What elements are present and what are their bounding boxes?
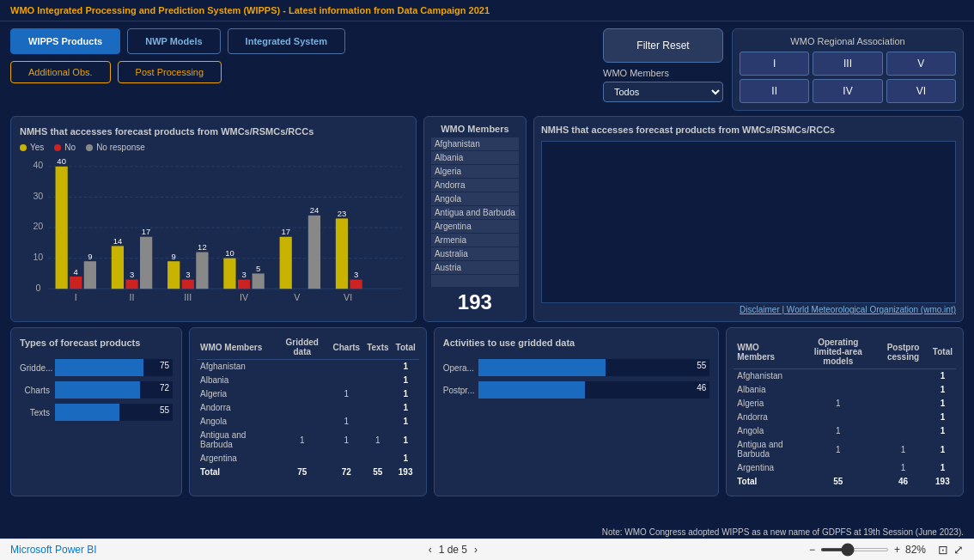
list-item[interactable]: Austria [431,261,519,275]
cell: 1 [799,424,877,438]
prev-page-icon[interactable]: ‹ [429,544,432,556]
opera-label: Opera... [443,363,473,373]
cell: 1 [799,438,877,461]
texts-bar-row: Texts 55 [20,404,173,421]
cell: 1 [929,369,956,383]
svg-text:3: 3 [130,270,134,279]
cell: 1 [929,397,956,411]
powerbi-link[interactable]: Microsoft Power BI [10,544,97,556]
cell: 46 [877,475,929,489]
list-item[interactable]: Algeria [431,165,519,179]
members-count: 193 [431,290,519,314]
cell: 193 [393,466,419,479]
list-item[interactable]: Antigua and Barbuda [431,206,519,220]
disclaimer-link[interactable]: Disclaimer | World Meteorological Organi… [541,305,956,314]
region-III[interactable]: III [813,52,882,76]
region-II[interactable]: II [740,79,809,103]
cell: Argentina [734,461,799,475]
list-item[interactable]: Angola [431,192,519,206]
next-page-icon[interactable]: › [474,544,478,556]
cell: 1 [393,415,419,429]
list-item[interactable]: Argentina [431,220,519,234]
list-item[interactable]: Australia [431,247,519,261]
cell: 1 [393,452,419,466]
wipps-products-button[interactable]: WIPPS Products [10,28,120,54]
svg-rect-45 [350,280,362,289]
postpr-label: Postpr... [443,386,473,395]
texts-label: Texts [20,408,50,417]
cell: 1 [929,424,956,438]
cell: 1 [393,374,419,387]
regional-grid: I III V II IV VI [740,52,956,103]
integrated-system-button[interactable]: Integrated System [228,28,345,54]
cell: Algeria [197,387,275,401]
svg-text:10: 10 [33,252,43,262]
cell [877,424,929,438]
region-V[interactable]: V [886,52,956,76]
postpr-bar: 46 [478,381,710,399]
wmo-members-select[interactable]: Todos [603,82,723,102]
list-item[interactable]: Armenia [431,234,519,247]
cell: 1 [330,387,364,401]
cell: Andorra [197,401,275,415]
svg-text:II: II [130,293,135,303]
additional-obs-button[interactable]: Additional Obs. [10,61,111,83]
fit-icon[interactable]: ⊡ [938,543,948,557]
svg-rect-31 [223,259,235,289]
table-row: Afghanistan 1 [734,369,956,383]
svg-text:I: I [75,293,77,303]
svg-text:3: 3 [354,270,358,279]
forecast-types-title: Types of forecast products [20,337,173,349]
cell: 55 [363,466,392,479]
zoom-minus-icon[interactable]: − [809,544,815,556]
table-row: Argentina 1 1 [734,461,956,475]
svg-rect-21 [140,237,152,289]
region-VI[interactable]: VI [886,79,956,103]
cell: Total [197,466,275,479]
svg-text:9: 9 [88,252,92,261]
svg-text:20: 20 [33,222,43,232]
gridded-fill [55,359,143,376]
list-item[interactable]: Andorra [431,179,519,192]
cell [877,383,929,397]
cell: Angola [197,415,275,429]
total-row: Total 75 72 55 193 [197,466,419,479]
cell [363,387,392,401]
cell [799,369,877,383]
total-row: Total 55 46 193 [734,475,956,489]
svg-text:40: 40 [57,157,66,166]
table-row: Angola 1 1 [734,424,956,438]
region-IV[interactable]: IV [813,79,882,103]
col-gridded: Gridded data [275,335,329,360]
svg-text:5: 5 [256,264,260,273]
legend-yes-dot [20,144,27,151]
region-I[interactable]: I [740,52,809,76]
svg-rect-19 [125,280,137,289]
charts-bar-row: Charts 72 [20,381,173,399]
forecast-types-panel: Types of forecast products Gridde... 75 … [10,327,182,496]
postpr-value: 46 [697,383,706,393]
zoom-slider[interactable] [820,548,889,551]
cell: Afghanistan [197,360,275,374]
svg-text:3: 3 [241,270,246,279]
filter-reset-button[interactable]: Filter Reset [603,28,723,63]
cell: 1 [393,387,419,401]
post-processing-button[interactable]: Post Processing [118,61,222,83]
cell [275,360,329,374]
cell [799,383,877,397]
table-row: Albania 1 [197,374,419,387]
table2: WMO Members Operating limited-area model… [734,335,956,489]
zoom-plus-icon[interactable]: + [894,544,900,556]
members-list[interactable]: Afghanistan Albania Algeria Andorra Ango… [431,137,519,287]
legend-no-dot [54,144,61,151]
nwp-models-button[interactable]: NWP Models [127,28,220,54]
list-item[interactable]: Albania [431,151,519,165]
opera-fill [478,359,606,376]
cell: Total [734,475,799,489]
list-item[interactable]: Afghanistan [431,137,519,151]
cell [799,411,877,424]
bar-chart-panel: NMHS that accesses forecast products fro… [10,116,417,322]
opera-bar: 55 [478,359,710,376]
fullscreen-icon[interactable]: ⤢ [953,543,964,557]
cell [363,415,392,429]
